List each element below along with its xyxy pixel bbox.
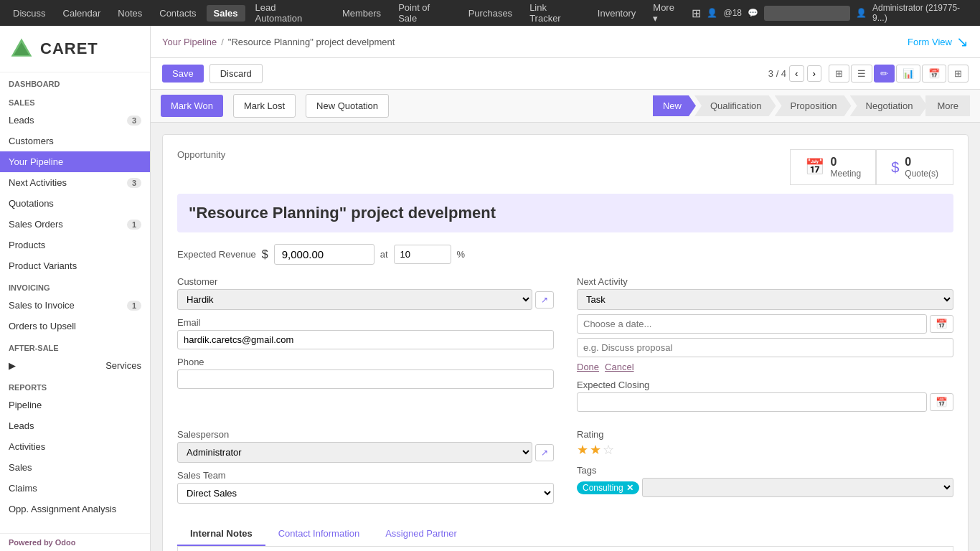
email-label: Email [177, 317, 554, 328]
activity-done-button[interactable]: Done [577, 362, 599, 372]
sidebar-item-sales-to-invoice[interactable]: Sales to Invoice 1 [0, 295, 150, 316]
form-right-col: Next Activity Task 📅 [577, 276, 953, 419]
salesperson-external-link-button[interactable]: ↗ [535, 444, 554, 461]
star-2[interactable]: ★ [590, 442, 601, 458]
nav-members[interactable]: Members [335, 5, 388, 22]
prev-record-button[interactable]: ‹ [789, 65, 804, 82]
sidebar-item-orders-to-upsell[interactable]: Orders to Upsell [0, 316, 150, 336]
apps-icon[interactable]: ⊞ [692, 6, 701, 20]
notification-count[interactable]: @18 [723, 8, 742, 18]
tab-assigned-partner[interactable]: Assigned Partner [372, 522, 470, 546]
calendar-view-button[interactable]: 📅 [922, 65, 946, 83]
sidebar-section-after-sale: After-Sale ▶ Services [0, 336, 150, 376]
stage-negotiation[interactable]: Negotiation [850, 95, 928, 116]
activity-note-input[interactable] [577, 338, 953, 357]
top-search-input[interactable] [764, 6, 850, 21]
phone-label: Phone [177, 357, 554, 367]
user-switch-icon[interactable]: 👤 [707, 8, 717, 18]
sidebar-item-sales-orders[interactable]: Sales Orders 1 [0, 214, 150, 235]
kanban-view-button[interactable]: ⊞ [829, 65, 849, 83]
sidebar-item-your-pipeline[interactable]: Your Pipeline [0, 151, 150, 172]
probability-input[interactable] [394, 245, 451, 264]
breadcrumb-current: "Resource Planning" project develpment [228, 37, 395, 47]
form-left-col-2: Salesperson Administrator ↗ Sales Team [177, 429, 554, 511]
salesperson-select[interactable]: Administrator [177, 442, 532, 463]
phone-input[interactable] [177, 369, 554, 389]
list-view-button[interactable]: ☰ [851, 65, 872, 83]
customer-select[interactable]: Hardik [177, 289, 532, 310]
sidebar-item-quotations[interactable]: Quotations [0, 193, 150, 214]
nav-purchases[interactable]: Purchases [461, 5, 519, 22]
sidebar-section-invoicing: Invoicing Sales to Invoice 1 Orders to U… [0, 276, 150, 336]
activity-calendar-button[interactable]: 📅 [930, 315, 953, 333]
phone-field-group: Phone [177, 357, 554, 389]
sidebar-item-activities[interactable]: Activities [0, 436, 150, 457]
star-3[interactable]: ☆ [603, 442, 614, 458]
sidebar-item-product-variants[interactable]: Product Variants [0, 255, 150, 276]
save-button[interactable]: Save [162, 65, 204, 83]
meeting-stat[interactable]: 📅 0 Meeting [790, 149, 876, 185]
sidebar-item-reports-leads[interactable]: Leads [0, 415, 150, 436]
stage-new[interactable]: New [653, 95, 696, 116]
sidebar-item-leads[interactable]: Leads 3 [0, 110, 150, 131]
nav-pos[interactable]: Point of Sale [391, 0, 458, 27]
nav-link-tracker[interactable]: Link Tracker [522, 0, 588, 27]
nav-inventory[interactable]: Inventory [590, 5, 643, 22]
customer-external-link-button[interactable]: ↗ [535, 291, 554, 309]
stage-more[interactable]: More [925, 95, 970, 116]
email-input[interactable] [177, 330, 554, 349]
sidebar-item-services[interactable]: ▶ Services [0, 355, 150, 376]
breadcrumb-bar: Your Pipeline / "Resource Planning" proj… [151, 26, 980, 58]
star-1[interactable]: ★ [577, 442, 588, 458]
sidebar-item-claims[interactable]: Claims [0, 478, 150, 499]
stage-proposition[interactable]: Proposition [775, 95, 852, 116]
breadcrumb-separator: / [221, 37, 224, 47]
discard-button[interactable]: Discard [209, 64, 263, 83]
activity-cancel-button[interactable]: Cancel [605, 362, 633, 372]
nav-contacts[interactable]: Contacts [152, 5, 203, 22]
mark-lost-button[interactable]: Mark Lost [233, 94, 296, 118]
salesperson-field-group: Salesperson Administrator ↗ [177, 429, 554, 463]
top-navigation: Discuss Calendar Notes Contacts Sales Le… [0, 0, 980, 26]
tag-consulting: Consulting ✕ [577, 481, 639, 494]
expected-closing-input[interactable] [577, 392, 927, 412]
nav-calendar[interactable]: Calendar [56, 5, 108, 22]
record-position: 3 / 4 [768, 68, 786, 79]
closing-calendar-button[interactable]: 📅 [930, 393, 953, 411]
sidebar-item-next-activities[interactable]: Next Activities 3 [0, 172, 150, 193]
user-avatar[interactable]: 👤 [856, 8, 867, 18]
tab-contact-information[interactable]: Contact Information [265, 522, 372, 546]
tags-select[interactable] [642, 478, 953, 497]
mark-won-button[interactable]: Mark Won [161, 95, 223, 117]
new-quotation-button[interactable]: New Quotation [306, 94, 389, 118]
next-record-button[interactable]: › [807, 65, 821, 82]
sidebar-section-reports: Reports Pipeline Leads Activities Sales … [0, 376, 150, 519]
sales-team-select[interactable]: Direct Sales [177, 483, 554, 504]
activity-type-select[interactable]: Task [577, 289, 953, 310]
form-view-button[interactable]: ✏ [874, 65, 895, 83]
sales-team-label: Sales Team [177, 470, 554, 481]
quote-stat[interactable]: $ 0 Quote(s) [876, 149, 953, 185]
email-field-group: Email [177, 317, 554, 349]
breadcrumb-pipeline-link[interactable]: Your Pipeline [162, 37, 217, 47]
nav-lead-automation[interactable]: Lead Automation [248, 0, 332, 27]
nav-discuss[interactable]: Discuss [6, 5, 53, 22]
chat-icon[interactable]: 💬 [748, 8, 758, 18]
sidebar-item-customers[interactable]: Customers [0, 131, 150, 151]
sidebar-item-opp-assignment[interactable]: Opp. Assignment Analysis [0, 499, 150, 519]
sidebar-item-pipeline[interactable]: Pipeline [0, 395, 150, 415]
tag-consulting-remove[interactable]: ✕ [626, 483, 633, 493]
rating-stars[interactable]: ★ ★ ☆ [577, 442, 953, 458]
tab-internal-notes[interactable]: Internal Notes [177, 522, 265, 546]
nav-notes[interactable]: Notes [110, 5, 149, 22]
sidebar-item-reports-sales[interactable]: Sales [0, 457, 150, 478]
activity-date-input[interactable] [577, 314, 927, 334]
nav-more[interactable]: More ▾ [646, 0, 689, 27]
pivot-view-button[interactable]: ⊞ [948, 65, 969, 83]
tags-field-group: Tags Consulting ✕ [577, 465, 953, 497]
nav-sales[interactable]: Sales [207, 5, 245, 22]
revenue-input[interactable] [274, 244, 374, 265]
stage-qualification[interactable]: Qualification [694, 95, 776, 116]
sidebar-item-products[interactable]: Products [0, 235, 150, 255]
graph-view-button[interactable]: 📊 [896, 65, 920, 83]
